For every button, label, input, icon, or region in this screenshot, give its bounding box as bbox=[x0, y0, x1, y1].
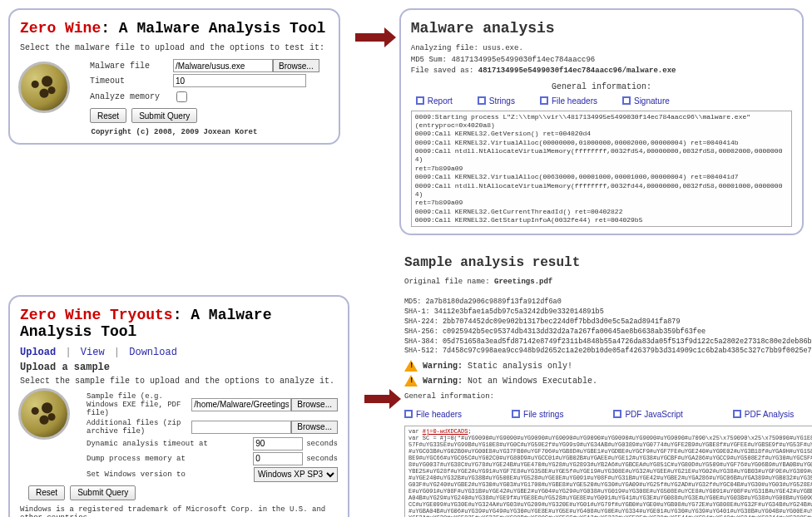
winver-select[interactable]: Windows XP SP3 bbox=[254, 467, 338, 482]
doc-icon bbox=[540, 96, 548, 105]
doc-icon bbox=[512, 410, 520, 418]
panel2-title: Zero Wine Tryouts: A Malware Analysis To… bbox=[20, 307, 338, 340]
hash-sha512: SHA-512: 7d458c97c998aea9cc948b9d2652c1a… bbox=[404, 347, 812, 357]
trace-log-box[interactable]: 0009:Starting process L"Z:\\tmp\\vir\\48… bbox=[411, 111, 792, 227]
hash-md5: MD5: 2a7b8180da2906c9889f13fa912df6a0 bbox=[404, 298, 812, 308]
analyze-memory-label: Analyze memory bbox=[90, 92, 173, 101]
orig-filename-line: Original file name: Greetings.pdf bbox=[404, 277, 812, 288]
report-link[interactable]: Report bbox=[416, 96, 453, 106]
petri-dish-image bbox=[18, 62, 70, 113]
upload-panel-tryouts: Zero Wine Tryouts: A Malware Analysis To… bbox=[8, 295, 349, 518]
dyn-timeout-label: Dynamic analysis timeout at bbox=[87, 440, 253, 448]
hash-list: MD5: 2a7b8180da2906c9889f13fa912df6a0 SH… bbox=[404, 298, 812, 357]
hash-sha1: SHA-1: 34112e3bfae1a5db97c5a3242db9e3320… bbox=[404, 308, 812, 318]
hash-sha224: SHA-224: 2bb7074452dc09e902b1317bec224d0… bbox=[404, 318, 812, 327]
orig-prefix: Original file name: bbox=[404, 278, 494, 286]
upload-form2: Sample file (e.g. Windows EXE file, PDF … bbox=[87, 392, 338, 482]
nav-links: Upload | View | Download bbox=[20, 347, 338, 358]
md5-line: MD5 Sum: 4817134995e5499030f14ec784aacc9… bbox=[411, 55, 792, 66]
copyright-text: Copyright (c) 2008, 2009 Joxean Koret bbox=[20, 128, 329, 136]
dump-label: Dump process memory at bbox=[87, 455, 253, 463]
arrow-right-icon bbox=[355, 33, 384, 42]
submit-button2[interactable]: Submit Query bbox=[70, 485, 136, 500]
analysis-result-panel: Malware analysis Analyzing file: usus.ex… bbox=[399, 8, 804, 235]
upload-subheader: Upload a sample bbox=[20, 362, 338, 373]
file-headers-link2[interactable]: File headers bbox=[404, 410, 462, 419]
warning-static: Warning: Static analysis only! bbox=[404, 360, 812, 372]
warning-not-exe: Warning: Not an Windows Executable. bbox=[404, 375, 812, 387]
doc-icon bbox=[404, 410, 413, 418]
upload-prompt: Select the malware file to upload and th… bbox=[20, 43, 329, 52]
additional-files-input[interactable] bbox=[191, 421, 291, 434]
analyzing-line: Analyzing file: usus.exe. bbox=[411, 43, 792, 55]
title-red: Zero Wine bbox=[20, 20, 101, 37]
dyn-timeout-input[interactable] bbox=[253, 437, 303, 451]
javascript-dump-box[interactable]: var #j=0-wdXDCADS; var SC = #j=0("#uYG90… bbox=[404, 426, 812, 517]
result2-links: File headers File strings PDF JavaScript… bbox=[404, 410, 812, 419]
doc-icon bbox=[416, 96, 424, 105]
result-links: Report Strings File headers Signature bbox=[416, 96, 792, 106]
result-title: Malware analysis bbox=[411, 20, 792, 37]
doc-icon bbox=[478, 96, 486, 105]
timeout-label: Timeout bbox=[90, 76, 173, 86]
winver-label: Set Windows version to bbox=[87, 470, 254, 479]
sample-analysis-panel: Sample analysis result Original file nam… bbox=[404, 254, 812, 518]
saved-prefix: File saved as: bbox=[411, 66, 478, 75]
strings-link[interactable]: Strings bbox=[478, 96, 515, 106]
sample-file-input[interactable] bbox=[191, 398, 291, 411]
js-blob: #j=0("#uYG9090#uYG9090#uYG9090#uYG9090#u… bbox=[408, 435, 812, 517]
warning-icon bbox=[404, 375, 418, 387]
upload-prompt2: Select the sample file to upload and the… bbox=[20, 377, 338, 386]
additional-files-label: Additional files (zip archive file) bbox=[87, 419, 191, 436]
title-black: : A Malware Analysis Tool bbox=[101, 20, 325, 37]
reset-button2[interactable]: Reset bbox=[28, 485, 65, 500]
petri-dish-image bbox=[18, 388, 70, 440]
malware-file-label: Malware file bbox=[90, 62, 173, 71]
title-red: Zero Wine Tryouts bbox=[20, 307, 173, 323]
orig-filename: Greetings.pdf bbox=[494, 278, 552, 286]
nav-upload[interactable]: Upload bbox=[20, 347, 56, 358]
browse-button[interactable]: Browse... bbox=[273, 59, 319, 72]
submit-button[interactable]: Submit Query bbox=[131, 108, 197, 123]
nav-download[interactable]: Download bbox=[129, 347, 177, 358]
general-info-header2: General information: bbox=[404, 391, 812, 403]
arrow-connector bbox=[355, 8, 384, 42]
saved-line: File saved as: 4817134995e5499030f14ec78… bbox=[411, 66, 792, 77]
pdf-analysis-link[interactable]: PDF Analysis bbox=[733, 410, 794, 419]
js-var: #j=0-wdXDCADS bbox=[423, 428, 468, 435]
doc-icon bbox=[613, 410, 621, 418]
browse-button2[interactable]: Browse... bbox=[291, 421, 338, 434]
upload-form: Malware file Browse... Timeout Analyze m… bbox=[90, 59, 329, 123]
pdf-js-link[interactable]: PDF JavaScript bbox=[613, 410, 682, 419]
malware-file-input[interactable] bbox=[173, 59, 273, 72]
file-strings-link[interactable]: File strings bbox=[512, 410, 563, 419]
doc-icon bbox=[733, 410, 741, 418]
arrow-right-icon bbox=[364, 395, 389, 403]
sample-title: Sample analysis result bbox=[404, 255, 812, 270]
arrow-connector bbox=[364, 370, 389, 403]
signature-link[interactable]: Signature bbox=[622, 96, 670, 106]
upload-panel-zerowine: Zero Wine: A Malware Analysis Tool Selec… bbox=[8, 8, 340, 145]
saved-path: 4817134995e5499030f14ec784aacc96/malware… bbox=[478, 66, 676, 75]
timeout-input[interactable] bbox=[173, 74, 306, 87]
panel-title: Zero Wine: A Malware Analysis Tool bbox=[20, 20, 329, 37]
dump-input[interactable] bbox=[253, 452, 303, 465]
reset-button[interactable]: Reset bbox=[90, 108, 126, 123]
analyze-memory-checkbox[interactable] bbox=[176, 91, 187, 102]
warning-icon bbox=[404, 360, 418, 372]
seconds-unit2: seconds bbox=[306, 455, 338, 463]
trademark-text: Windows is a registered trademark of Mic… bbox=[20, 505, 338, 518]
file-headers-link[interactable]: File headers bbox=[540, 96, 597, 106]
nav-view[interactable]: View bbox=[81, 347, 105, 358]
doc-icon bbox=[622, 96, 631, 105]
hash-sha384: SHA-384: 05d751658a3ead5fd87142e8749f231… bbox=[404, 337, 812, 347]
browse-button[interactable]: Browse... bbox=[291, 398, 338, 411]
seconds-unit: seconds bbox=[306, 440, 338, 448]
sample-file-label: Sample file (e.g. Windows EXE file, PDF … bbox=[87, 392, 191, 417]
general-info-header: General information: bbox=[411, 82, 792, 91]
hash-sha256: SHA-256: c0925942b5ec95374db4313dd32d2a7… bbox=[404, 327, 812, 337]
